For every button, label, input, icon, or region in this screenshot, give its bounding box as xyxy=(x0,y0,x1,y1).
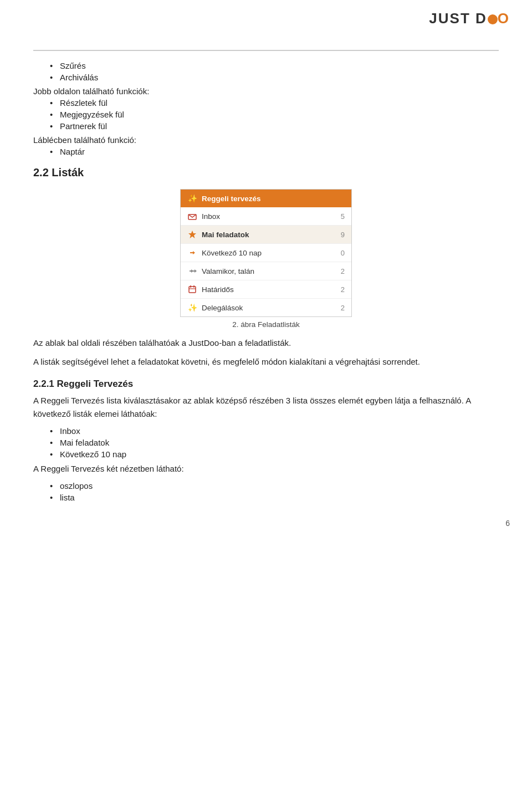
figure-caption: 2. ábra Feladatlisták xyxy=(33,320,499,329)
feladatlista-box: ✨ Reggeli tervezés Inbox 5 Mai feladatok… xyxy=(180,189,352,317)
para3: A Reggeli Tervezés lista kiválasztásakor… xyxy=(33,394,499,421)
feladatlista-row-delegalas: ✨ Delegálások 2 xyxy=(181,299,351,316)
valamikor-count: 2 xyxy=(336,267,345,275)
list-item-reszletek: Részletek fül xyxy=(50,98,499,108)
mai-label: Mai feladatok xyxy=(202,231,331,239)
hataridos-icon xyxy=(187,284,197,294)
logo-circle xyxy=(488,14,498,24)
logo-just: JUST D xyxy=(429,10,487,27)
feladatlista-header-label: Reggeli tervezés xyxy=(202,195,261,203)
hataridos-label: Határidős xyxy=(202,285,331,294)
mai-count: 9 xyxy=(336,231,345,239)
feladatlista-row-kovetkezo: Következő 10 nap 0 xyxy=(181,244,351,262)
delegalas-count: 2 xyxy=(336,304,345,312)
svg-marker-2 xyxy=(193,251,195,254)
list-item-mai-feladatok: Mai feladatok xyxy=(50,438,499,447)
para4: A Reggeli Tervezés két nézetben látható: xyxy=(33,462,499,476)
kovetkezo-icon xyxy=(187,248,197,258)
list-item-inbox: Inbox xyxy=(50,426,499,436)
inbox-label: Inbox xyxy=(202,212,331,221)
valamikor-icon xyxy=(187,266,197,276)
inbox-count: 5 xyxy=(336,212,345,221)
hataridos-count: 2 xyxy=(336,285,345,294)
lablebcen-label: Láblécben található funkció: xyxy=(33,135,499,145)
list-item-megjegyzesek: Megjegyzések fül xyxy=(50,110,499,119)
feladatlista-row-hataridos: Határidős 2 xyxy=(181,280,351,299)
para1: Az ablak bal oldali részében találhatóak… xyxy=(33,336,499,350)
kovetkezo-count: 0 xyxy=(336,249,345,257)
top-divider xyxy=(33,50,499,51)
feladatlista-header: ✨ Reggeli tervezés xyxy=(181,190,351,207)
list-item-archivalas: Archiválás xyxy=(50,73,499,82)
delegalas-label: Delegálások xyxy=(202,304,331,312)
mai-icon xyxy=(187,229,197,239)
list-item-naptar: Naptár xyxy=(50,147,499,156)
jobb-oldal-list: Részletek fül Megjegyzések fül Partnerek… xyxy=(50,98,499,131)
nezet-list: oszlopos lista xyxy=(50,481,499,502)
svg-marker-1 xyxy=(188,231,196,238)
delegalas-icon: ✨ xyxy=(187,303,197,313)
logo: JUST DO xyxy=(429,10,510,27)
jobb-oldal-label: Jobb oldalon található funkciók: xyxy=(33,86,499,96)
list-item-szures: Szűrés xyxy=(50,61,499,70)
feladatlista-row-inbox: Inbox 5 xyxy=(181,207,351,226)
valamikor-label: Valamikor, talán xyxy=(202,267,331,275)
feladatlista-row-mai: Mai feladatok 9 xyxy=(181,226,351,244)
logo-doo: O xyxy=(498,10,510,27)
page-number: 6 xyxy=(505,519,510,528)
list-item-kovetkezo-10-nap: Következő 10 nap xyxy=(50,449,499,459)
para2: A listák segítségével lehet a feladatoka… xyxy=(33,355,499,369)
szures-archivalas-list: Szűrés Archiválás xyxy=(50,61,499,82)
list-item-lista: lista xyxy=(50,493,499,502)
header-icon: ✨ xyxy=(187,193,197,203)
list-item-partnerek: Partnerek fül xyxy=(50,121,499,131)
lablebcen-list: Naptár xyxy=(50,147,499,156)
list-item-oszlopos: oszlopos xyxy=(50,481,499,490)
reggeli-list: Inbox Mai feladatok Következő 10 nap xyxy=(50,426,499,459)
inbox-icon xyxy=(187,211,197,221)
section-22-heading: 2.2 Listák xyxy=(33,166,499,179)
content-area: Szűrés Archiválás Jobb oldalon található… xyxy=(33,61,499,502)
section-221-heading: 2.2.1 Reggeli Tervezés xyxy=(33,379,499,390)
svg-marker-4 xyxy=(195,269,197,273)
svg-rect-5 xyxy=(189,287,196,293)
kovetkezo-label: Következő 10 nap xyxy=(202,249,331,257)
feladatlista-row-valamikor: Valamikor, talán 2 xyxy=(181,262,351,280)
